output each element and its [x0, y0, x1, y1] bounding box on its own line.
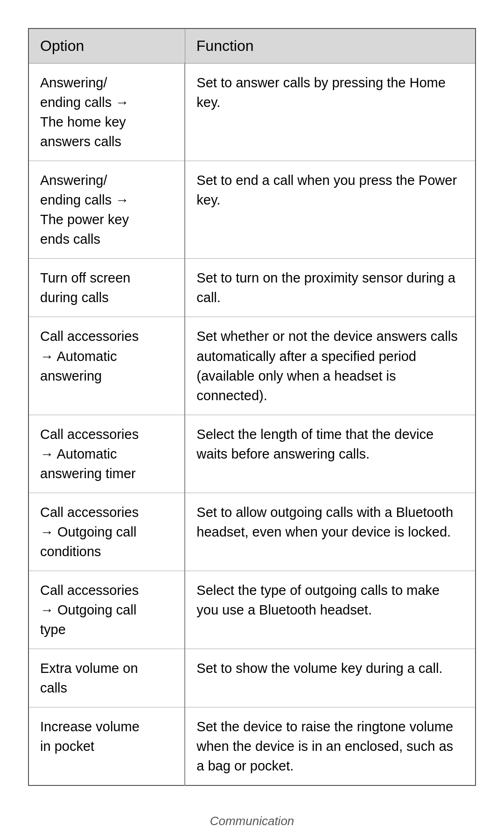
- col-header-function: Function: [185, 28, 476, 64]
- option-cell: Call accessories → Automatic answering t…: [28, 415, 185, 493]
- table-row: Turn off screen during callsSet to turn …: [28, 259, 476, 317]
- function-cell: Set to answer calls by pressing the Home…: [185, 64, 476, 161]
- footer: Communication 81: [28, 786, 476, 827]
- option-cell: Call accessories → Outgoing call conditi…: [28, 493, 185, 571]
- page-content: Option Function Answering/ ending calls …: [28, 19, 476, 827]
- table-row: Call accessories → Outgoing call conditi…: [28, 493, 476, 571]
- function-cell: Set whether or not the device answers ca…: [185, 317, 476, 415]
- table-row: Call accessories → Outgoing call typeSel…: [28, 571, 476, 649]
- table-row: Call accessories → Automatic answering t…: [28, 415, 476, 493]
- function-cell: Select the type of outgoing calls to mak…: [185, 571, 476, 649]
- function-cell: Select the length of time that the devic…: [185, 415, 476, 493]
- table-row: Answering/ ending calls → The home key a…: [28, 64, 476, 161]
- option-cell: Answering/ ending calls → The home key a…: [28, 64, 185, 161]
- footer-label: Communication: [28, 814, 476, 827]
- table-row: Increase volume in pocketSet the device …: [28, 707, 476, 786]
- options-table: Option Function Answering/ ending calls …: [28, 28, 476, 786]
- col-header-option: Option: [28, 28, 185, 64]
- function-cell: Set to show the volume key during a call…: [185, 649, 476, 707]
- option-cell: Answering/ ending calls → The power key …: [28, 161, 185, 259]
- option-cell: Extra volume on calls: [28, 649, 185, 707]
- function-cell: Set to allow outgoing calls with a Bluet…: [185, 493, 476, 571]
- option-cell: Call accessories → Outgoing call type: [28, 571, 185, 649]
- table-row: Call accessories → Automatic answeringSe…: [28, 317, 476, 415]
- function-cell: Set to end a call when you press the Pow…: [185, 161, 476, 259]
- option-cell: Call accessories → Automatic answering: [28, 317, 185, 415]
- table-row: Extra volume on callsSet to show the vol…: [28, 649, 476, 707]
- function-cell: Set to turn on the proximity sensor duri…: [185, 259, 476, 317]
- option-cell: Increase volume in pocket: [28, 707, 185, 786]
- option-cell: Turn off screen during calls: [28, 259, 185, 317]
- table-row: Answering/ ending calls → The power key …: [28, 161, 476, 259]
- function-cell: Set the device to raise the ringtone vol…: [185, 707, 476, 786]
